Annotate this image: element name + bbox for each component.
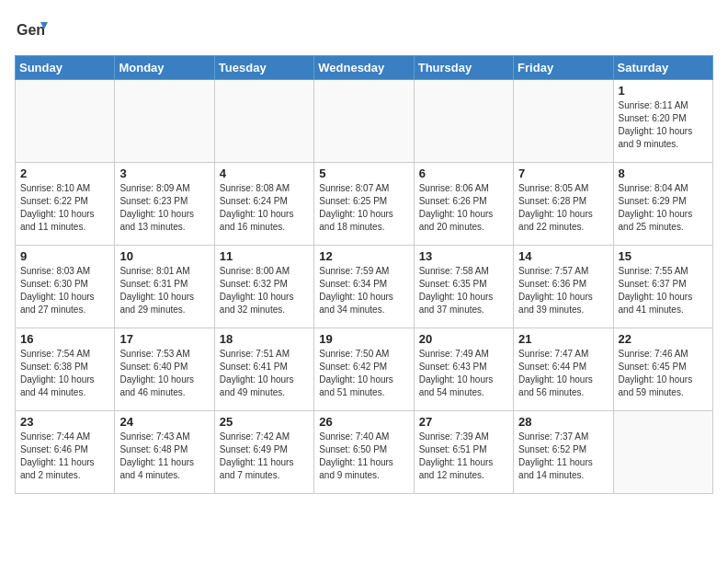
weekday-header-tuesday: Tuesday	[214, 56, 313, 80]
day-info: Sunrise: 8:07 AM Sunset: 6:25 PM Dayligh…	[319, 182, 408, 234]
calendar-week-2: 2Sunrise: 8:10 AM Sunset: 6:22 PM Daylig…	[16, 163, 713, 246]
day-info: Sunrise: 7:46 AM Sunset: 6:45 PM Dayligh…	[619, 348, 708, 399]
day-number: 2	[20, 167, 109, 180]
day-number: 15	[619, 249, 708, 263]
calendar-cell: 28Sunrise: 7:37 AM Sunset: 6:52 PM Dayli…	[514, 411, 613, 494]
calendar-cell: 11Sunrise: 8:00 AM Sunset: 6:32 PM Dayli…	[214, 246, 313, 328]
calendar-cell	[613, 411, 712, 494]
day-info: Sunrise: 7:50 AM Sunset: 6:42 PM Dayligh…	[319, 348, 408, 399]
weekday-header-friday: Friday	[514, 56, 613, 80]
day-number: 7	[518, 167, 608, 180]
day-number: 17	[119, 332, 209, 346]
day-info: Sunrise: 8:04 AM Sunset: 6:29 PM Dayligh…	[619, 182, 708, 234]
calendar-cell: 5Sunrise: 8:07 AM Sunset: 6:25 PM Daylig…	[314, 163, 414, 246]
calendar-cell: 17Sunrise: 7:53 AM Sunset: 6:40 PM Dayli…	[115, 328, 214, 411]
calendar-week-1: 1Sunrise: 8:11 AM Sunset: 6:20 PM Daylig…	[16, 80, 713, 163]
day-info: Sunrise: 8:03 AM Sunset: 6:30 PM Dayligh…	[20, 265, 109, 316]
day-info: Sunrise: 7:40 AM Sunset: 6:50 PM Dayligh…	[319, 431, 408, 482]
calendar-cell: 12Sunrise: 7:59 AM Sunset: 6:34 PM Dayli…	[314, 246, 414, 328]
day-number: 28	[518, 415, 608, 429]
day-info: Sunrise: 7:44 AM Sunset: 6:46 PM Dayligh…	[20, 431, 109, 482]
calendar-cell: 8Sunrise: 8:04 AM Sunset: 6:29 PM Daylig…	[613, 163, 712, 246]
day-number: 16	[20, 332, 109, 346]
calendar-cell: 4Sunrise: 8:08 AM Sunset: 6:24 PM Daylig…	[214, 163, 313, 246]
day-number: 23	[20, 415, 109, 429]
calendar-cell: 14Sunrise: 7:57 AM Sunset: 6:36 PM Dayli…	[514, 246, 613, 328]
weekday-header-row: SundayMondayTuesdayWednesdayThursdayFrid…	[16, 56, 713, 80]
calendar-cell: 6Sunrise: 8:06 AM Sunset: 6:26 PM Daylig…	[414, 163, 513, 246]
calendar-cell: 1Sunrise: 8:11 AM Sunset: 6:20 PM Daylig…	[613, 80, 712, 163]
weekday-header-thursday: Thursday	[414, 56, 513, 80]
day-info: Sunrise: 7:53 AM Sunset: 6:40 PM Dayligh…	[119, 348, 209, 399]
day-number: 9	[20, 249, 109, 263]
day-info: Sunrise: 7:59 AM Sunset: 6:34 PM Dayligh…	[319, 265, 408, 316]
calendar-cell: 15Sunrise: 7:55 AM Sunset: 6:37 PM Dayli…	[613, 246, 712, 328]
day-number: 22	[619, 332, 708, 346]
day-info: Sunrise: 8:08 AM Sunset: 6:24 PM Dayligh…	[220, 182, 309, 234]
calendar-cell: 9Sunrise: 8:03 AM Sunset: 6:30 PM Daylig…	[16, 246, 115, 328]
day-number: 21	[518, 332, 608, 346]
calendar-cell: 3Sunrise: 8:09 AM Sunset: 6:23 PM Daylig…	[115, 163, 214, 246]
day-number: 20	[419, 332, 508, 346]
calendar-cell	[16, 80, 115, 163]
calendar-cell: 27Sunrise: 7:39 AM Sunset: 6:51 PM Dayli…	[414, 411, 513, 494]
day-info: Sunrise: 7:37 AM Sunset: 6:52 PM Dayligh…	[518, 431, 608, 482]
weekday-header-saturday: Saturday	[613, 56, 712, 80]
day-number: 25	[220, 415, 309, 429]
calendar-cell: 22Sunrise: 7:46 AM Sunset: 6:45 PM Dayli…	[613, 328, 712, 411]
day-number: 13	[419, 249, 508, 263]
weekday-header-monday: Monday	[115, 56, 214, 80]
day-info: Sunrise: 7:47 AM Sunset: 6:44 PM Dayligh…	[518, 348, 608, 399]
day-number: 1	[619, 84, 708, 98]
day-info: Sunrise: 7:57 AM Sunset: 6:36 PM Dayligh…	[518, 265, 608, 316]
day-number: 4	[220, 167, 309, 180]
day-info: Sunrise: 7:55 AM Sunset: 6:37 PM Dayligh…	[619, 265, 708, 316]
day-number: 19	[319, 332, 408, 346]
day-info: Sunrise: 7:51 AM Sunset: 6:41 PM Dayligh…	[220, 348, 309, 399]
weekday-header-sunday: Sunday	[16, 56, 115, 80]
logo-icon: Gen	[15, 15, 48, 48]
calendar-cell: 10Sunrise: 8:01 AM Sunset: 6:31 PM Dayli…	[115, 246, 214, 328]
calendar-cell: 13Sunrise: 7:58 AM Sunset: 6:35 PM Dayli…	[414, 246, 513, 328]
calendar-cell: 21Sunrise: 7:47 AM Sunset: 6:44 PM Dayli…	[514, 328, 613, 411]
calendar-cell: 16Sunrise: 7:54 AM Sunset: 6:38 PM Dayli…	[16, 328, 115, 411]
day-info: Sunrise: 8:05 AM Sunset: 6:28 PM Dayligh…	[518, 182, 608, 234]
day-info: Sunrise: 7:43 AM Sunset: 6:48 PM Dayligh…	[119, 431, 209, 482]
day-info: Sunrise: 7:42 AM Sunset: 6:49 PM Dayligh…	[220, 431, 309, 482]
calendar-cell: 23Sunrise: 7:44 AM Sunset: 6:46 PM Dayli…	[16, 411, 115, 494]
day-info: Sunrise: 7:54 AM Sunset: 6:38 PM Dayligh…	[20, 348, 109, 399]
calendar-cell	[115, 80, 214, 163]
day-number: 18	[220, 332, 309, 346]
day-number: 27	[419, 415, 508, 429]
day-info: Sunrise: 8:10 AM Sunset: 6:22 PM Dayligh…	[20, 182, 109, 234]
day-number: 24	[119, 415, 209, 429]
calendar-cell: 25Sunrise: 7:42 AM Sunset: 6:49 PM Dayli…	[214, 411, 313, 494]
calendar-cell: 7Sunrise: 8:05 AM Sunset: 6:28 PM Daylig…	[514, 163, 613, 246]
logo: Gen	[15, 15, 51, 48]
day-info: Sunrise: 8:01 AM Sunset: 6:31 PM Dayligh…	[119, 265, 209, 316]
day-number: 3	[119, 167, 209, 180]
day-number: 5	[319, 167, 408, 180]
calendar-cell	[314, 80, 414, 163]
calendar-cell: 24Sunrise: 7:43 AM Sunset: 6:48 PM Dayli…	[115, 411, 214, 494]
calendar-cell: 20Sunrise: 7:49 AM Sunset: 6:43 PM Dayli…	[414, 328, 513, 411]
calendar-week-4: 16Sunrise: 7:54 AM Sunset: 6:38 PM Dayli…	[16, 328, 713, 411]
day-info: Sunrise: 7:39 AM Sunset: 6:51 PM Dayligh…	[419, 431, 508, 482]
calendar-week-3: 9Sunrise: 8:03 AM Sunset: 6:30 PM Daylig…	[16, 246, 713, 328]
calendar-cell: 2Sunrise: 8:10 AM Sunset: 6:22 PM Daylig…	[16, 163, 115, 246]
svg-text:Gen: Gen	[17, 22, 45, 38]
calendar-week-5: 23Sunrise: 7:44 AM Sunset: 6:46 PM Dayli…	[16, 411, 713, 494]
day-number: 11	[220, 249, 309, 263]
calendar-cell: 26Sunrise: 7:40 AM Sunset: 6:50 PM Dayli…	[314, 411, 414, 494]
day-number: 10	[119, 249, 209, 263]
day-info: Sunrise: 8:11 AM Sunset: 6:20 PM Dayligh…	[619, 99, 708, 151]
day-info: Sunrise: 7:58 AM Sunset: 6:35 PM Dayligh…	[419, 265, 508, 316]
calendar-cell: 18Sunrise: 7:51 AM Sunset: 6:41 PM Dayli…	[214, 328, 313, 411]
day-info: Sunrise: 7:49 AM Sunset: 6:43 PM Dayligh…	[419, 348, 508, 399]
calendar-cell: 19Sunrise: 7:50 AM Sunset: 6:42 PM Dayli…	[314, 328, 414, 411]
calendar-cell	[514, 80, 613, 163]
day-number: 8	[619, 167, 708, 180]
header: Gen	[15, 15, 713, 48]
day-info: Sunrise: 8:00 AM Sunset: 6:32 PM Dayligh…	[220, 265, 309, 316]
day-number: 12	[319, 249, 408, 263]
